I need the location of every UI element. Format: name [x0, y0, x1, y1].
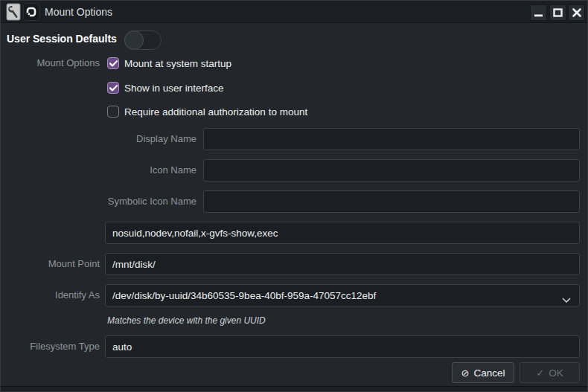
filesystem-type-label: Filesystem Type [7, 335, 100, 358]
mount-at-startup-checkbox[interactable] [107, 57, 119, 69]
require-auth-checkbox[interactable] [107, 106, 119, 118]
checkbox-row-show-ui: Show in user interface [107, 81, 224, 94]
user-session-defaults-toggle[interactable] [124, 30, 162, 50]
checkbox-label: Show in user interface [124, 83, 224, 94]
icon-name-label: Icon Name [7, 159, 196, 181]
ok-label: OK [549, 367, 563, 379]
identify-as-hint: Matches the device with the given UUID [107, 315, 266, 326]
ok-button[interactable]: ✓ OK [520, 362, 580, 383]
show-in-ui-checkbox[interactable] [107, 82, 119, 94]
maximize-button[interactable] [549, 4, 566, 21]
mount-options-label: Mount Options [7, 57, 100, 70]
mount-point-input[interactable] [105, 253, 580, 275]
icon-name-input[interactable] [203, 159, 580, 181]
cancel-icon: ⊘ [461, 368, 470, 378]
ok-check-icon: ✓ [536, 368, 544, 378]
filesystem-type-input[interactable] [105, 335, 580, 358]
window-title: Mount Options [45, 1, 112, 23]
check-icon [109, 60, 118, 67]
display-name-input[interactable] [203, 128, 580, 150]
identify-as-value: /dev/disk/by-uuid/34b60535-9bea-40bf-959… [112, 290, 376, 301]
minimize-icon [534, 8, 543, 17]
chevron-down-icon [562, 294, 571, 305]
mount-options-dialog: Mount Options User Session Defaults Moun… [0, 0, 588, 392]
mount-point-label: Mount Point [7, 253, 100, 275]
window-menu-icon[interactable] [23, 3, 39, 21]
close-button[interactable] [568, 4, 585, 21]
checkbox-label: Require additional authorization to moun… [124, 106, 307, 118]
identify-as-select[interactable]: /dev/disk/by-uuid/34b60535-9bea-40bf-959… [105, 284, 580, 306]
window-resize-handle[interactable] [1, 386, 587, 391]
cancel-label: Cancel [473, 367, 505, 379]
display-name-label: Display Name [7, 128, 196, 150]
checkbox-row-auth: Require additional authorization to moun… [107, 105, 307, 118]
symbolic-icon-name-input[interactable] [203, 190, 580, 213]
toggle-knob [124, 30, 144, 50]
checkbox-label: Mount at system startup [124, 58, 231, 69]
identify-as-label: Identify As [7, 284, 100, 306]
checkbox-row-startup: Mount at system startup [107, 57, 231, 70]
cancel-button[interactable]: ⊘ Cancel [452, 362, 514, 383]
minimize-button[interactable] [530, 4, 547, 21]
check-icon [109, 85, 118, 91]
symbolic-icon-name-label: Symbolic Icon Name [7, 190, 196, 213]
user-session-defaults-label: User Session Defaults [7, 33, 117, 45]
titlebar[interactable]: Mount Options [1, 1, 587, 23]
close-icon [572, 8, 581, 17]
disks-app-icon [6, 3, 21, 21]
maximize-icon [553, 8, 563, 17]
mount-options-string-input[interactable] [105, 222, 580, 244]
